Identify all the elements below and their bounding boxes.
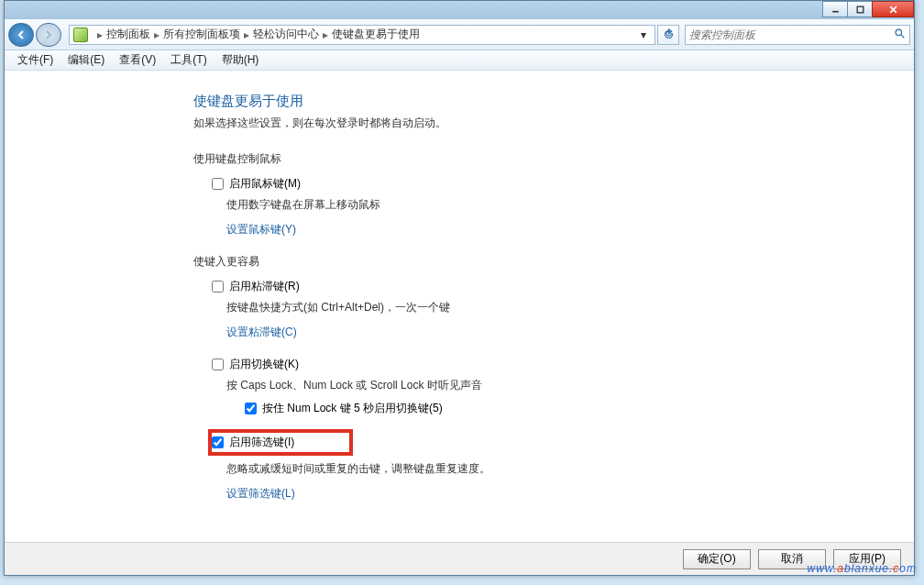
filter-keys-desc: 忽略或减缓短时间或重复的击键，调整键盘重复速度。 [226,461,914,477]
hold-numlock-label: 按住 Num Lock 键 5 秒启用切换键(5) [262,401,443,416]
search-input[interactable] [689,28,894,41]
navbar: ▸ 控制面板 ▸ 所有控制面板项 ▸ 轻松访问中心 ▸ 使键盘更易于使用 ▾ [5,19,914,50]
maximize-button[interactable] [847,1,873,17]
filter-keys-settings-link[interactable]: 设置筛选键(L) [226,486,914,502]
hold-numlock-checkbox[interactable] [245,403,257,414]
mouse-keys-label: 启用鼠标键(M) [229,176,301,192]
section-mouse-control: 使用键盘控制鼠标 [193,151,914,167]
sticky-keys-checkbox-row[interactable]: 启用粘滞键(R) [212,279,914,294]
back-button[interactable] [8,23,34,47]
menu-tools[interactable]: 工具(T) [163,50,214,70]
svg-point-4 [896,29,902,36]
sticky-keys-settings-link[interactable]: 设置粘滞键(C) [226,325,914,340]
breadcrumb-item[interactable]: 所有控制面板项 [163,27,240,42]
menu-help[interactable]: 帮助(H) [214,50,267,70]
watermark: www.ablanxue.com [808,554,917,578]
address-bar[interactable]: ▸ 控制面板 ▸ 所有控制面板项 ▸ 轻松访问中心 ▸ 使键盘更易于使用 ▾ [69,25,655,45]
menu-file[interactable]: 文件(F) [10,50,60,70]
sticky-keys-label: 启用粘滞键(R) [229,279,300,294]
mouse-keys-desc: 使用数字键盘在屏幕上移动鼠标 [226,197,914,213]
window-controls [823,1,914,17]
breadcrumb-item[interactable]: 使键盘更易于使用 [332,27,420,42]
titlebar [5,1,914,19]
breadcrumb-sep: ▸ [97,28,103,41]
forward-button[interactable] [36,23,61,47]
menubar: 文件(F) 编辑(E) 查看(V) 工具(T) 帮助(H) [5,50,914,71]
footer: 确定(O) 取消 应用(P) [5,542,914,575]
section-easier-typing: 使键入更容易 [193,254,914,270]
address-dropdown-icon[interactable]: ▾ [636,28,651,41]
toggle-keys-checkbox[interactable] [212,359,224,370]
filter-keys-checkbox[interactable] [212,436,224,448]
filter-keys-label: 启用筛选键(I) [229,435,294,450]
sticky-keys-desc: 按键盘快捷方式(如 Ctrl+Alt+Del)，一次一个键 [226,300,914,315]
menu-edit[interactable]: 编辑(E) [60,50,112,70]
content-area: 使键盘更易于使用 如果选择这些设置，则在每次登录时都将自动启动。 使用键盘控制鼠… [5,71,914,542]
svg-rect-1 [857,6,864,13]
minimize-button[interactable] [822,1,848,17]
close-button[interactable] [872,1,914,17]
toggle-keys-checkbox-row[interactable]: 启用切换键(K) [212,357,914,372]
menu-view[interactable]: 查看(V) [112,50,163,70]
refresh-button[interactable] [657,25,679,45]
toggle-keys-label: 启用切换键(K) [229,357,299,372]
ok-button[interactable]: 确定(O) [683,549,751,569]
control-panel-icon [73,28,88,42]
breadcrumb-item[interactable]: 轻松访问中心 [253,27,319,42]
search-bar[interactable] [685,25,910,45]
breadcrumb-item[interactable]: 控制面板 [106,27,150,42]
page-title: 使键盘更易于使用 [193,93,914,110]
toggle-keys-desc: 按 Caps Lock、Num Lock 或 Scroll Lock 时听见声音 [226,378,914,393]
filter-keys-highlight[interactable]: 启用筛选键(I) [208,429,353,456]
page-subtitle: 如果选择这些设置，则在每次登录时都将自动启动。 [193,116,914,131]
search-icon[interactable] [894,28,906,42]
control-panel-window: ▸ 控制面板 ▸ 所有控制面板项 ▸ 轻松访问中心 ▸ 使键盘更易于使用 ▾ 文… [4,0,915,576]
mouse-keys-settings-link[interactable]: 设置鼠标键(Y) [226,222,914,237]
sticky-keys-checkbox[interactable] [212,281,224,292]
mouse-keys-checkbox[interactable] [212,178,224,190]
svg-line-5 [901,35,904,38]
mouse-keys-checkbox-row[interactable]: 启用鼠标键(M) [212,176,914,192]
hold-numlock-checkbox-row[interactable]: 按住 Num Lock 键 5 秒启用切换键(5) [245,401,914,416]
